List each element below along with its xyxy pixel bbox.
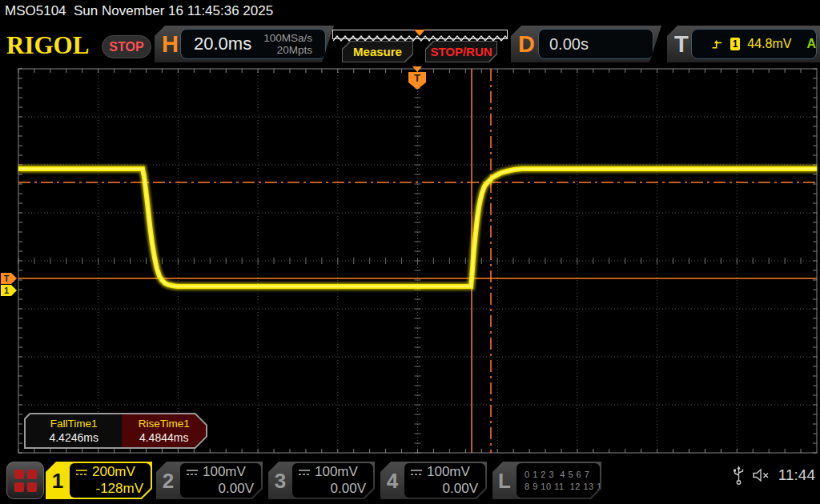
svg-text:1: 1: [4, 286, 9, 295]
clock: 11:44: [778, 466, 815, 484]
usb-icon: [733, 466, 745, 485]
channel-4-offset: 0.00V: [410, 481, 478, 497]
dc-coupling-icon: [186, 468, 199, 476]
sound-muted-icon[interactable]: [752, 468, 771, 482]
ch1-trace-core: [18, 169, 817, 286]
channel-3-scale: 100mV: [315, 464, 358, 480]
channel-1-scale: 200mV: [92, 464, 135, 480]
channel-2-number: 2: [156, 468, 180, 493]
svg-text:T: T: [414, 72, 420, 84]
digital-pod-letter: L: [492, 468, 517, 493]
channel-2-tab[interactable]: 2 100mV 0.00V: [156, 462, 263, 499]
channel-2-scale: 100mV: [203, 464, 246, 480]
ch1-trace-glow: [18, 169, 817, 286]
digital-pod-tab[interactable]: L 0 1 2 3 4 5 6 7 8 9 10 11 12 13 14 15: [492, 462, 601, 499]
measurement-falltime[interactable]: FallTime1 4.4246ms: [26, 414, 122, 447]
ch1-trace: [18, 169, 817, 286]
channel-3-number: 3: [268, 468, 292, 493]
oscilloscope-screen: MSO5104 Sun November 16 11:45:36 2025 RI…: [0, 0, 820, 504]
dc-coupling-icon: [410, 468, 423, 476]
menu-grid-button[interactable]: [6, 462, 44, 499]
measurement-risetime[interactable]: RiseTime1 4.4844ms: [122, 414, 206, 447]
channel-1-offset: -128mV: [75, 481, 143, 497]
channel-3-offset: 0.00V: [298, 481, 366, 497]
channel-status-bar: 1 200mV -128mV 2: [0, 458, 820, 504]
channel-4-scale: 100mV: [427, 464, 470, 480]
svg-text:T: T: [4, 274, 10, 283]
channel-3-tab[interactable]: 3 100mV 0.00V: [268, 462, 375, 499]
digital-channels-row2: 8 9 10 11 12 13 14 15: [525, 482, 593, 491]
channel-4-number: 4: [380, 468, 404, 493]
channel-4-tab[interactable]: 4 100mV 0.00V: [380, 462, 487, 499]
channel-1-tab[interactable]: 1 200mV -128mV: [46, 462, 152, 499]
dc-coupling-icon: [75, 468, 88, 476]
digital-channels-row1: 0 1 2 3 4 5 6 7: [525, 470, 593, 479]
dc-coupling-icon: [298, 468, 311, 476]
measurement-results-panel: FallTime1 4.4246ms RiseTime1 4.4844ms: [24, 413, 207, 449]
channel-2-offset: 0.00V: [186, 481, 254, 497]
channel-1-number: 1: [46, 468, 70, 493]
preview-trigger-marker-icon[interactable]: [414, 30, 425, 36]
